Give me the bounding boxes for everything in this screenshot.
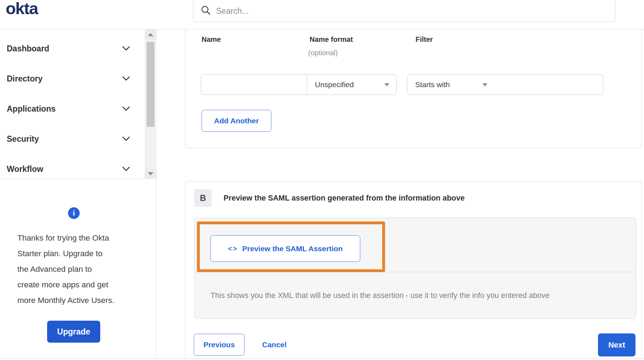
sidebar-item-directory[interactable]: Directory — [0, 64, 156, 94]
name-format-selected-value: Unspecified — [315, 80, 354, 89]
scroll-down-icon — [148, 172, 153, 175]
upsell-line: create more apps and get — [17, 277, 114, 293]
filter-value-field[interactable] — [495, 74, 603, 95]
sidebar-item-security[interactable]: Security — [0, 124, 156, 154]
upsell-line: the Advanced plan to — [17, 261, 114, 277]
search-placeholder: Search... — [216, 6, 249, 16]
saml-preview-card: B Preview the SAML assertion generated f… — [185, 181, 642, 358]
cancel-button[interactable]: Cancel — [254, 334, 294, 356]
upsell-text: Thanks for trying the Okta Starter plan.… — [17, 230, 114, 308]
okta-admin-page: okta Search... Dashboard Directory — [0, 0, 644, 360]
preview-button-row: <> Preview the SAML Assertion — [195, 218, 636, 272]
filter-column-label: Filter — [416, 35, 433, 44]
dropdown-caret-icon — [482, 83, 487, 86]
section-b-badge: B — [194, 189, 212, 207]
filter-value-input[interactable] — [495, 75, 603, 95]
viewport-bottom-divider — [0, 358, 644, 359]
chevron-down-icon — [122, 106, 130, 112]
global-search[interactable]: Search... — [193, 0, 615, 22]
next-button[interactable]: Next — [598, 333, 635, 356]
sidebar-item-label: Dashboard — [7, 44, 49, 54]
filter-operator-dropdown[interactable]: Starts with — [407, 74, 495, 95]
sidebar-item-label: Workflow — [7, 164, 43, 174]
scroll-up-icon — [148, 33, 153, 36]
chevron-down-icon — [122, 76, 130, 82]
sidebar-item-label: Security — [7, 134, 39, 144]
add-another-button[interactable]: Add Another — [202, 110, 271, 132]
sidebar-nav: Dashboard Directory Applications Securit… — [0, 29, 156, 179]
name-format-dropdown[interactable]: Unspecified — [307, 74, 397, 95]
scroll-down-button[interactable] — [145, 169, 156, 179]
code-brackets-icon: <> — [228, 245, 238, 253]
upsell-line: Starter plan. Upgrade to — [17, 246, 114, 261]
okta-logo: okta — [6, 0, 38, 18]
search-icon — [200, 5, 211, 17]
upgrade-button[interactable]: Upgrade — [47, 321, 100, 343]
name-format-optional-note: (optional) — [308, 49, 338, 57]
chevron-down-icon — [122, 46, 130, 52]
saml-preview-panel: <> Preview the SAML Assertion This shows… — [194, 218, 636, 319]
sidebar-item-label: Applications — [7, 104, 56, 114]
previous-button[interactable]: Previous — [194, 334, 244, 356]
sidebar-item-applications[interactable]: Applications — [0, 94, 156, 124]
scrollbar-thumb[interactable] — [147, 42, 154, 127]
sidebar-item-label: Directory — [7, 74, 43, 84]
sidebar-item-dashboard[interactable]: Dashboard — [0, 34, 156, 64]
name-column-label: Name — [202, 35, 221, 44]
chevron-down-icon — [122, 166, 130, 173]
preview-description-text: This shows you the XML that will be used… — [210, 291, 550, 300]
preview-saml-assertion-button[interactable]: <> Preview the SAML Assertion — [210, 235, 360, 262]
preview-description-row: This shows you the XML that will be used… — [210, 272, 635, 319]
top-header: okta Search... — [0, 0, 644, 29]
filter-operator-selected-value: Starts with — [415, 80, 450, 89]
scroll-up-button[interactable] — [145, 29, 156, 40]
preview-button-label: Preview the SAML Assertion — [242, 244, 343, 253]
sidebar-upsell-panel: i Thanks for trying the Okta Starter pla… — [0, 179, 156, 358]
name-format-column-label: Name format — [310, 35, 353, 44]
upsell-line: more Monthly Active Users. — [17, 293, 114, 308]
attribute-name-input[interactable] — [201, 75, 307, 95]
dropdown-caret-icon — [384, 83, 389, 86]
sidebar-scrollbar[interactable] — [145, 29, 156, 179]
upsell-line: Thanks for trying the Okta — [17, 230, 114, 246]
info-icon: i — [68, 207, 80, 219]
section-b-title: Preview the SAML assertion generated fro… — [224, 194, 465, 203]
chevron-down-icon — [122, 136, 130, 142]
attribute-name-field[interactable] — [201, 74, 307, 95]
attribute-statements-card: Name Name format (optional) Filter Unspe… — [185, 29, 642, 148]
